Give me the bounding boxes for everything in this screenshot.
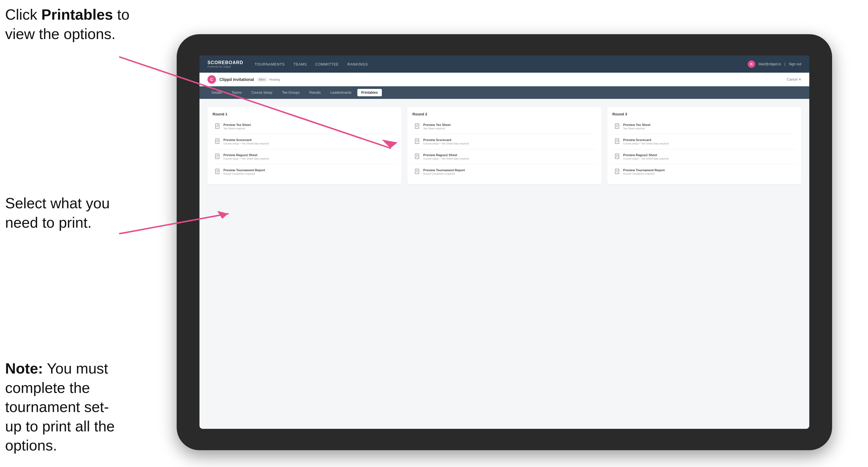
round-1-tee-sheet-sub: Tee Sheet required (223, 127, 251, 130)
tab-results[interactable]: Results (305, 89, 324, 96)
round-2-tee-sheet-sub: Tee Sheet required (423, 127, 451, 130)
user-email: blair@clippd.io (758, 62, 781, 66)
rounds-container: Round 1 Preview Tee Sheet Tee Sheet requ… (208, 107, 801, 184)
sign-out-link[interactable]: Sign out (789, 62, 801, 66)
round-1-tee-sheet-text: Preview Tee Sheet Tee Sheet required (223, 123, 251, 130)
topnav-right: B blair@clippd.io | Sign out (748, 60, 801, 68)
topnav-items: TOURNAMENTS TEAMS COMMITTEE RANKINGS (255, 61, 748, 67)
topnav-teams[interactable]: TEAMS (293, 61, 307, 67)
round-1-raguzzi[interactable]: Preview Raguzzi Sheet Course setup + Tee… (213, 150, 396, 163)
round-1-raguzzi-text: Preview Raguzzi Sheet Course setup + Tee… (223, 153, 269, 160)
annotation-bold-printables: Printables (41, 6, 113, 23)
round-3-raguzzi-sub: Course setup + Tee Sheet data required (623, 157, 669, 160)
topnav-committee[interactable]: COMMITTEE (315, 61, 339, 67)
round-3-section: Round 3 Preview Tee Sheet Tee Sheet requ… (607, 107, 801, 184)
round-2-section: Round 2 Preview Tee Sheet Tee Sheet requ… (407, 107, 601, 184)
round-1-tee-sheet[interactable]: Preview Tee Sheet Tee Sheet required (213, 120, 396, 133)
round-2-title: Round 2 (412, 112, 596, 116)
round-3-scorecard[interactable]: Preview Scorecard Course setup + Tee She… (612, 135, 796, 148)
document-icon-4 (215, 169, 221, 175)
round-1-tee-sheet-title: Preview Tee Sheet (223, 123, 251, 126)
round-3-raguzzi[interactable]: Preview Raguzzi Sheet Course setup + Tee… (612, 150, 796, 163)
divider (213, 164, 396, 164)
tournament-badge: Men (257, 77, 267, 82)
cancel-button[interactable]: Cancel ✕ (787, 77, 801, 82)
tab-course-setup[interactable]: Course Setup (247, 89, 276, 96)
round-3-tee-sheet-title: Preview Tee Sheet (623, 123, 651, 126)
round-1-scorecard-title: Preview Scorecard (223, 138, 269, 142)
tab-teams[interactable]: Teams (228, 89, 246, 96)
tab-navigation: Details Teams Course Setup Tee Groups Re… (199, 86, 809, 99)
round-2-raguzzi-sub: Course setup + Tee Sheet data required (423, 157, 469, 160)
round-2-raguzzi-title: Preview Raguzzi Sheet (423, 153, 469, 157)
tablet-device: SCOREBOARD Powered by clippd TOURNAMENTS… (177, 34, 832, 450)
document-icon-r3-3 (615, 154, 620, 160)
document-icon-r2-4 (414, 169, 420, 175)
document-icon-r2-2 (414, 138, 420, 145)
document-icon-r2-3 (414, 154, 420, 160)
round-3-scorecard-title: Preview Scorecard (623, 138, 669, 142)
round-1-tournament-report-title: Preview Tournament Report (223, 168, 265, 172)
divider (612, 134, 796, 134)
tab-details[interactable]: Details (208, 89, 226, 96)
document-icon-r2-1 (414, 123, 420, 130)
user-avatar: B (748, 60, 755, 68)
tab-leaderboards[interactable]: Leaderboards (326, 89, 355, 96)
annotation-top: Click Printables toview the options. (5, 5, 129, 43)
document-icon-2 (215, 138, 221, 145)
round-3-title: Round 3 (612, 112, 796, 116)
round-2-scorecard[interactable]: Preview Scorecard Course setup + Tee She… (412, 135, 596, 148)
brand-name: SCOREBOARD (208, 60, 243, 65)
tournament-name: Clippd Invitational (219, 77, 254, 82)
tablet-screen: SCOREBOARD Powered by clippd TOURNAMENTS… (199, 56, 809, 429)
divider (412, 149, 596, 149)
divider (412, 134, 596, 134)
top-navigation: SCOREBOARD Powered by clippd TOURNAMENTS… (199, 56, 809, 73)
divider (213, 149, 396, 149)
document-icon-r3-4 (615, 169, 620, 175)
round-1-tournament-report[interactable]: Preview Tournament Report Round Completi… (213, 165, 396, 178)
round-1-scorecard[interactable]: Preview Scorecard Course setup + Tee She… (213, 135, 396, 148)
round-2-tournament-report-sub: Round Completion required (423, 173, 465, 175)
tab-printables[interactable]: Printables (358, 89, 382, 96)
annotation-middle: Select what youneed to print. (5, 194, 110, 232)
round-1-raguzzi-sub: Course setup + Tee Sheet data required (223, 157, 269, 160)
separator: | (784, 62, 785, 66)
round-1-tournament-report-sub: Round Completion required (223, 173, 265, 175)
main-content: Round 1 Preview Tee Sheet Tee Sheet requ… (199, 99, 809, 429)
round-3-tournament-report[interactable]: Preview Tournament Report Round Completi… (612, 165, 796, 178)
round-3-raguzzi-title: Preview Raguzzi Sheet (623, 153, 669, 157)
document-icon-3 (215, 154, 221, 160)
round-3-tournament-report-title: Preview Tournament Report (623, 168, 665, 172)
round-2-raguzzi[interactable]: Preview Raguzzi Sheet Course setup + Tee… (412, 150, 596, 163)
round-2-scorecard-title: Preview Scorecard (423, 138, 469, 142)
tab-tee-groups[interactable]: Tee Groups (278, 89, 304, 96)
round-2-tournament-report[interactable]: Preview Tournament Report Round Completi… (412, 165, 596, 178)
round-3-tournament-report-sub: Round Completion required (623, 173, 665, 175)
divider (412, 164, 596, 164)
round-1-section: Round 1 Preview Tee Sheet Tee Sheet requ… (208, 107, 402, 184)
round-2-tournament-report-title: Preview Tournament Report (423, 168, 465, 172)
divider (612, 149, 796, 149)
divider (612, 164, 796, 164)
round-1-scorecard-text: Preview Scorecard Course setup + Tee She… (223, 138, 269, 145)
round-2-tee-sheet[interactable]: Preview Tee Sheet Tee Sheet required (412, 120, 596, 133)
tournament-header: C Clippd Invitational Men Hosting Cancel… (199, 73, 809, 86)
round-1-scorecard-sub: Course setup + Tee Sheet data required (223, 142, 269, 145)
round-2-scorecard-sub: Course setup + Tee Sheet data required (423, 142, 469, 145)
tournament-status: Hosting (269, 78, 280, 81)
brand-sub: Powered by clippd (208, 65, 243, 68)
round-3-tee-sheet-sub: Tee Sheet required (623, 127, 651, 130)
round-1-tournament-report-text: Preview Tournament Report Round Completi… (223, 168, 265, 175)
round-1-title: Round 1 (213, 112, 396, 116)
topnav-tournaments[interactable]: TOURNAMENTS (255, 61, 285, 67)
round-1-raguzzi-title: Preview Raguzzi Sheet (223, 153, 269, 157)
document-icon-r3-1 (615, 123, 620, 130)
document-icon-r3-2 (615, 138, 620, 145)
annotation-note-label: Note: (5, 360, 43, 377)
round-2-tee-sheet-title: Preview Tee Sheet (423, 123, 451, 126)
topnav-rankings[interactable]: RANKINGS (347, 61, 368, 67)
round-3-tee-sheet[interactable]: Preview Tee Sheet Tee Sheet required (612, 120, 796, 133)
brand-area: SCOREBOARD Powered by clippd (208, 60, 243, 68)
divider (213, 134, 396, 134)
